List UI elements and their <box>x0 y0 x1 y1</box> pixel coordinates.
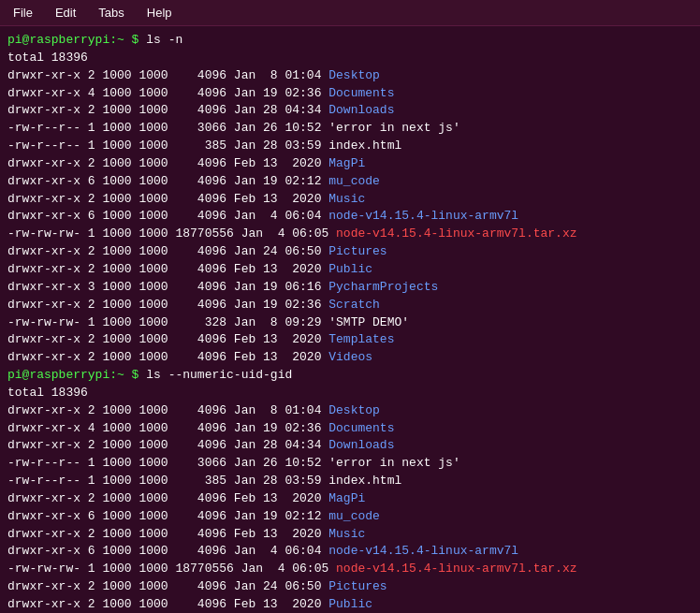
menubar: File Edit Tabs Help <box>0 0 700 26</box>
list-item: drwxr-xr-x 2 1000 1000 4096 Feb 13 2020 … <box>7 261 693 279</box>
list-item: -rw-rw-rw- 1 1000 1000 18770556 Jan 4 06… <box>7 226 693 243</box>
list-item: drwxr-xr-x 2 1000 1000 4096 Feb 13 2020 … <box>7 596 693 613</box>
list-item: drwxr-xr-x 2 1000 1000 4096 Jan 19 02:36… <box>7 297 693 314</box>
prompt-line-1: pi@raspberrypi:~ $ ls -n <box>7 32 693 50</box>
list-item: drwxr-xr-x 2 1000 1000 4096 Feb 13 2020 … <box>7 490 693 508</box>
list-item: -rw-r--r-- 1 1000 1000 3066 Jan 26 10:52… <box>7 455 693 473</box>
prompt2: pi@raspberrypi:~ $ <box>7 368 146 382</box>
list-item: drwxr-xr-x 6 1000 1000 4096 Jan 4 06:04 … <box>7 543 693 561</box>
list-item: drwxr-xr-x 2 1000 1000 4096 Jan 8 01:04 … <box>7 67 693 85</box>
menu-file[interactable]: File <box>7 4 38 22</box>
list-item: drwxr-xr-x 4 1000 1000 4096 Jan 19 02:36… <box>7 85 693 103</box>
list-item: drwxr-xr-x 2 1000 1000 4096 Feb 13 2020 … <box>7 331 693 349</box>
list-item: drwxr-xr-x 2 1000 1000 4096 Feb 13 2020 … <box>7 155 693 173</box>
list-item: drwxr-xr-x 6 1000 1000 4096 Jan 4 06:04 … <box>7 208 693 226</box>
list-item: drwxr-xr-x 2 1000 1000 4096 Jan 24 06:50… <box>7 578 693 596</box>
prompt1: pi@raspberrypi:~ $ <box>7 33 146 47</box>
list-item: -rw-r--r-- 1 1000 1000 385 Jan 28 03:59 … <box>7 138 693 155</box>
list-item: drwxr-xr-x 6 1000 1000 4096 Jan 19 02:12… <box>7 173 693 191</box>
terminal-output[interactable]: pi@raspberrypi:~ $ ls -ntotal 18396drwxr… <box>0 26 700 613</box>
list-item: -rw-rw-rw- 1 1000 1000 328 Jan 8 09:29 '… <box>7 314 693 332</box>
cmd2: ls --numeric-uid-gid <box>146 368 292 382</box>
list-item: drwxr-xr-x 2 1000 1000 4096 Feb 13 2020 … <box>7 191 693 209</box>
menu-tabs[interactable]: Tabs <box>93 4 129 22</box>
list-item: drwxr-xr-x 2 1000 1000 4096 Jan 8 01:04 … <box>7 402 693 420</box>
list-item: drwxr-xr-x 3 1000 1000 4096 Jan 19 06:16… <box>7 279 693 297</box>
list-item: drwxr-xr-x 2 1000 1000 4096 Jan 28 04:34… <box>7 102 693 120</box>
list-item: drwxr-xr-x 4 1000 1000 4096 Jan 19 02:36… <box>7 420 693 438</box>
list-item: -rw-rw-rw- 1 1000 1000 18770556 Jan 4 06… <box>7 561 693 578</box>
prompt-line-2: pi@raspberrypi:~ $ ls --numeric-uid-gid <box>7 367 693 385</box>
list-item: drwxr-xr-x 2 1000 1000 4096 Feb 13 2020 … <box>7 349 693 367</box>
list-item: -rw-r--r-- 1 1000 1000 385 Jan 28 03:59 … <box>7 473 693 490</box>
list-item: drwxr-xr-x 2 1000 1000 4096 Jan 24 06:50… <box>7 243 693 261</box>
total-2: total 18396 <box>7 385 693 402</box>
menu-edit[interactable]: Edit <box>50 4 81 22</box>
list-item: drwxr-xr-x 6 1000 1000 4096 Jan 19 02:12… <box>7 508 693 526</box>
list-item: drwxr-xr-x 2 1000 1000 4096 Feb 13 2020 … <box>7 526 693 544</box>
terminal-window: File Edit Tabs Help pi@raspberrypi:~ $ l… <box>0 0 700 613</box>
total-1: total 18396 <box>7 50 693 67</box>
menu-help[interactable]: Help <box>141 4 178 22</box>
cmd1: ls -n <box>146 33 182 47</box>
list-item: -rw-r--r-- 1 1000 1000 3066 Jan 26 10:52… <box>7 120 693 138</box>
list-item: drwxr-xr-x 2 1000 1000 4096 Jan 28 04:34… <box>7 437 693 455</box>
